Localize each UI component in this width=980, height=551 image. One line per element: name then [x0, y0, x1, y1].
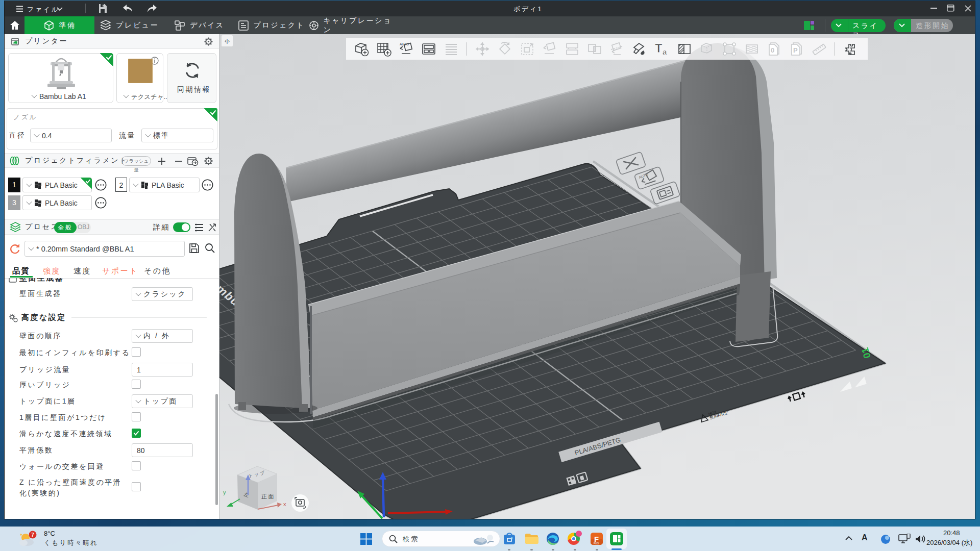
svg-text:x: x — [283, 501, 286, 507]
svg-text:7: 7 — [31, 532, 34, 538]
svg-text:正面: 正面 — [261, 493, 275, 499]
svg-text:T: T — [655, 41, 663, 55]
svg-text:y: y — [223, 489, 226, 495]
svg-text:a: a — [663, 47, 667, 56]
svg-text:AUTO: AUTO — [400, 42, 409, 46]
svg-text:P: P — [793, 46, 798, 54]
svg-text:0: 0 — [771, 46, 774, 54]
svg-text:FUS: FUS — [594, 542, 599, 545]
